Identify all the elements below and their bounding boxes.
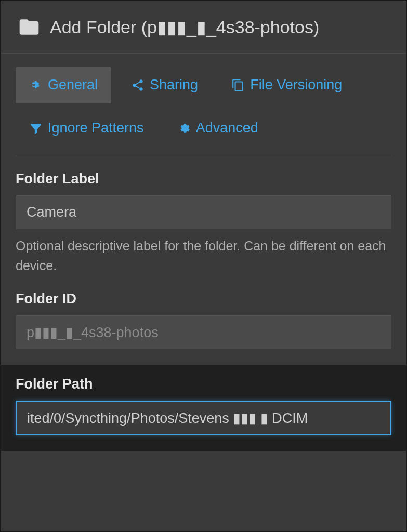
folder-path-group: Folder Path (1, 365, 406, 451)
tab-advanced-label: Advanced (196, 120, 258, 136)
tab-general[interactable]: General (16, 66, 111, 103)
tab-general-label: General (48, 77, 98, 93)
folder-path-label: Folder Path (16, 376, 391, 392)
tab-ignore-patterns-label: Ignore Patterns (48, 120, 144, 136)
add-folder-modal: Add Folder (p▮▮▮_▮_4s38-photos) General … (1, 1, 406, 531)
share-icon (131, 78, 145, 92)
modal-body: General Sharing File Versioning Ignore P… (1, 54, 406, 451)
folder-icon (18, 16, 41, 38)
gears-icon (177, 122, 191, 135)
folder-id-label: Folder ID (16, 291, 391, 307)
tab-sharing[interactable]: Sharing (117, 66, 212, 103)
tab-sharing-label: Sharing (150, 77, 198, 93)
modal-title: Add Folder (p▮▮▮_▮_4s38-photos) (50, 17, 319, 37)
tab-ignore-patterns[interactable]: Ignore Patterns (16, 110, 157, 147)
tabs: General Sharing File Versioning Ignore P… (16, 66, 391, 156)
gear-icon (29, 78, 43, 92)
folder-id-input[interactable] (16, 315, 391, 349)
folder-label-label: Folder Label (16, 171, 391, 187)
tab-file-versioning[interactable]: File Versioning (218, 66, 356, 103)
tab-advanced[interactable]: Advanced (164, 110, 272, 147)
filter-icon (29, 122, 43, 135)
files-icon (231, 78, 245, 92)
tab-file-versioning-label: File Versioning (250, 77, 342, 93)
folder-path-input[interactable] (16, 401, 391, 435)
folder-label-group: Folder Label Optional descriptive label … (16, 171, 391, 275)
folder-id-group: Folder ID (16, 291, 391, 349)
modal-header: Add Folder (p▮▮▮_▮_4s38-photos) (1, 1, 406, 54)
folder-label-help: Optional descriptive label for the folde… (16, 236, 391, 275)
folder-label-input[interactable] (16, 195, 391, 229)
